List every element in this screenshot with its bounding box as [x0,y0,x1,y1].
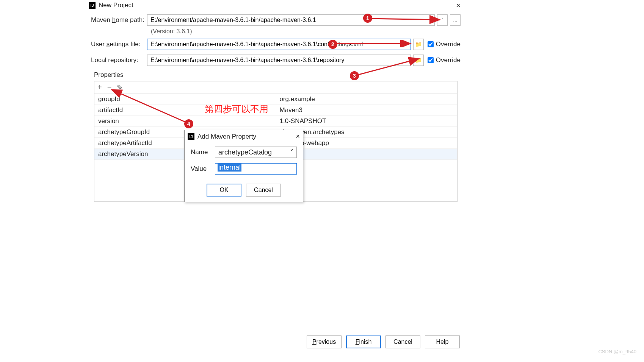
close-icon[interactable]: × [454,1,463,10]
annotation-badge-2: 2 [328,40,337,49]
properties-heading: Properties [94,71,461,79]
table-row[interactable]: version1.0-SNAPSHOT [94,116,457,127]
name-label: Name [191,148,215,156]
name-combo[interactable]: archetypeCatalog˅ [215,147,297,158]
table-row[interactable]: groupIdorg.example [94,94,457,105]
cancel-button[interactable]: Cancel [385,335,420,348]
override-local-repo[interactable]: Override [428,56,461,64]
help-button[interactable]: Help [425,335,460,348]
annotation-badge-3: 3 [350,71,359,80]
add-property-dialog: IJ Add Maven Property × Name archetypeCa… [184,130,303,202]
remove-icon[interactable]: − [107,83,112,92]
folder-icon[interactable]: 📁 [413,39,424,50]
previous-button[interactable]: PPreviousrevious [307,335,342,348]
table-row[interactable]: artifactIdMaven3 [94,105,457,116]
local-repo-label: Local repository: [91,56,147,64]
window-titlebar: IJ New Project × [87,0,464,11]
app-icon: IJ [89,2,96,9]
chevron-down-icon[interactable]: ˅ [437,14,448,26]
close-icon[interactable]: × [296,133,300,140]
finish-button[interactable]: Finish [346,335,381,348]
cancel-button[interactable]: Cancel [246,184,281,197]
override-user-settings[interactable]: Override [428,41,461,48]
maven-home-input[interactable] [147,14,435,26]
user-settings-label: User settings file: [91,41,147,48]
value-input[interactable]: internal [215,163,297,175]
annotation-text: 第四步可以不用 [205,103,268,115]
edit-icon[interactable]: ✎ [117,83,123,92]
chevron-down-icon: ˅ [290,148,293,156]
local-repo-input[interactable] [147,55,411,66]
app-icon: IJ [188,133,194,140]
watermark: CSDN @m_9540 [598,349,636,354]
annotation-badge-4: 4 [184,119,193,128]
maven-home-label: Maven home path: [91,16,147,24]
add-icon[interactable]: + [97,83,102,92]
browse-button[interactable]: ... [450,14,461,26]
window-title: New Project [99,2,133,9]
version-hint: (Version: 3.6.1) [151,28,461,35]
dialog-title: Add Maven Property [197,133,296,140]
value-label: Value [191,165,215,173]
user-settings-input[interactable] [147,39,411,50]
folder-icon[interactable]: 📁 [413,55,424,66]
annotation-badge-1: 1 [363,14,372,23]
ok-button[interactable]: OK [207,184,241,197]
